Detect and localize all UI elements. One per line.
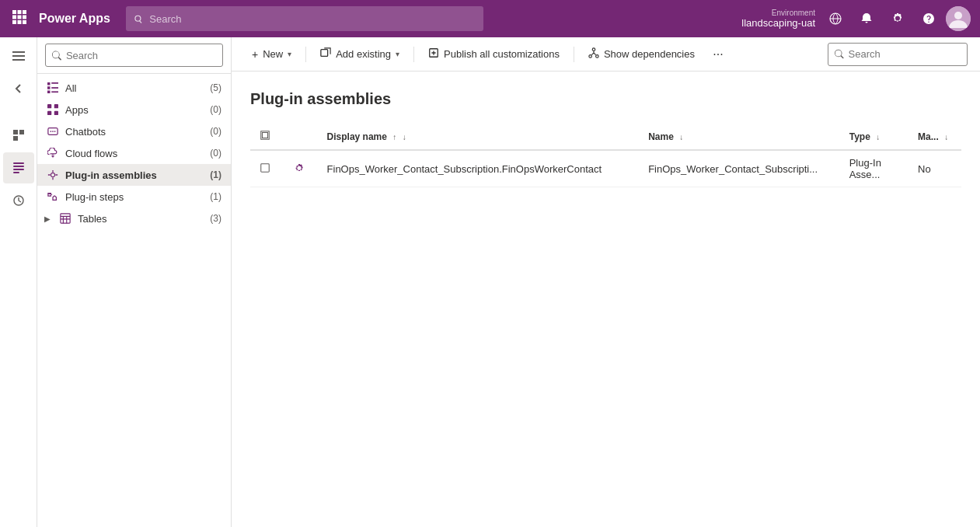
environment-icon-btn[interactable] (821, 5, 849, 33)
sidebar-search-wrap (37, 37, 231, 74)
svg-rect-4 (18, 15, 22, 19)
col-header-checkbox[interactable] (250, 124, 281, 150)
show-dependencies-button[interactable]: Show dependencies (581, 44, 703, 65)
sidebar-item-tables-label: Tables (78, 213, 204, 225)
svg-point-32 (52, 131, 54, 132)
tables-expand-arrow[interactable]: ▶ (42, 213, 53, 224)
svg-rect-2 (23, 10, 26, 14)
add-existing-button[interactable]: Add existing ▾ (312, 44, 407, 65)
svg-rect-6 (12, 20, 16, 24)
sidebar-nav: All (5) Apps (0) Chatbots (0) (37, 74, 231, 232)
svg-rect-18 (13, 172, 19, 173)
svg-point-33 (54, 131, 56, 132)
environment-info: Environment llandscaping-uat (741, 9, 818, 29)
all-icon (47, 82, 59, 94)
sidebar-item-plugin-steps[interactable]: Plug-in steps (1) (37, 186, 231, 208)
svg-rect-13 (12, 55, 25, 57)
display-name-value: FinOps_Worker_Contact_Subscription.FinOp… (327, 163, 602, 175)
display-name-sort-asc-icon: ↑ (392, 133, 396, 141)
svg-point-40 (596, 55, 599, 58)
sidebar-item-cloud-flows[interactable]: Cloud flows (0) (37, 142, 231, 164)
publish-label: Publish all customizations (444, 48, 560, 60)
new-icon: + (252, 48, 258, 61)
topbar-search-input[interactable] (149, 13, 476, 25)
user-avatar[interactable] (946, 6, 971, 31)
display-name-sort-desc-icon: ↓ (403, 133, 406, 141)
add-existing-icon (320, 47, 331, 61)
table-header-row: Display name ↑ ↓ Name ↓ Type ↓ (250, 124, 961, 150)
waffle-icon[interactable] (9, 7, 30, 31)
svg-rect-3 (12, 15, 16, 19)
col-header-ma[interactable]: Ma... ↓ (909, 124, 961, 150)
add-existing-chevron-icon: ▾ (396, 50, 399, 58)
add-existing-label: Add existing (336, 48, 391, 60)
svg-point-39 (589, 55, 592, 58)
sidebar-item-apps[interactable]: Apps (0) (37, 99, 231, 120)
command-bar: + New ▾ Add existing ▾ Publish all custo… (232, 37, 980, 72)
command-search-box[interactable] (828, 43, 968, 66)
new-chevron-icon: ▾ (288, 50, 291, 58)
sidebar-item-cloud-flows-count: (0) (210, 148, 221, 159)
page-title: Plug-in assemblies (250, 90, 961, 108)
svg-rect-41 (261, 163, 270, 172)
row-checkbox-cell[interactable] (250, 150, 281, 187)
sidebar-item-chatbots-count: (0) (210, 126, 221, 137)
sidebar-item-chatbots[interactable]: Chatbots (0) (37, 120, 231, 142)
sidebar-item-tables[interactable]: ▶ Tables (3) (37, 208, 231, 229)
svg-point-11 (954, 12, 962, 19)
app-body: All (5) Apps (0) Chatbots (0) (0, 37, 980, 527)
sidebar-item-all[interactable]: All (5) (37, 77, 231, 99)
row-icon-cell (281, 150, 318, 187)
rail-back-btn[interactable] (3, 73, 34, 104)
icon-rail (0, 37, 37, 527)
rail-history-btn[interactable] (3, 185, 34, 216)
command-search-input[interactable] (849, 48, 961, 60)
content-area: Plug-in assemblies Display name ↑ ↓ (232, 72, 980, 527)
notifications-icon-btn[interactable] (853, 5, 881, 33)
app-brand: Power Apps (39, 12, 110, 26)
plugin-assemblies-icon (47, 169, 59, 181)
col-header-type[interactable]: Type ↓ (840, 124, 909, 150)
more-commands-button[interactable]: ··· (706, 42, 731, 67)
svg-rect-26 (47, 104, 51, 108)
publish-icon (428, 47, 439, 61)
svg-rect-28 (47, 111, 51, 115)
svg-rect-1 (18, 10, 22, 14)
topbar-right-actions: Environment llandscaping-uat (741, 5, 971, 33)
row-display-name-cell: FinOps_Worker_Contact_Subscription.FinOp… (318, 150, 640, 187)
sidebar-item-plugin-steps-count: (1) (210, 191, 221, 202)
chatbots-icon (47, 125, 59, 138)
new-button[interactable]: + New ▾ (244, 44, 299, 65)
environment-label: Environment (772, 9, 815, 17)
cmd-divider-1 (305, 47, 306, 62)
svg-rect-36 (321, 50, 328, 57)
sidebar-item-apps-count: (0) (210, 104, 221, 115)
settings-icon-btn[interactable] (884, 5, 912, 33)
type-sort-icon: ↓ (876, 133, 880, 141)
row-type-cell: Plug-In Asse... (840, 150, 909, 187)
svg-point-31 (51, 131, 52, 132)
publish-button[interactable]: Publish all customizations (420, 44, 567, 65)
sidebar-item-plugin-assemblies[interactable]: Plug-in assemblies (1) (37, 164, 231, 186)
rail-menu-btn[interactable] (3, 40, 34, 72)
environment-name: llandscaping-uat (741, 17, 815, 29)
cmd-divider-3 (574, 47, 574, 62)
rail-nav-btn[interactable] (3, 120, 34, 151)
svg-rect-16 (13, 166, 24, 167)
apps-icon (47, 103, 59, 116)
sidebar-item-plugin-assemblies-label: Plug-in assemblies (65, 169, 204, 181)
show-dep-label: Show dependencies (604, 48, 695, 60)
plugin-assemblies-table: Display name ↑ ↓ Name ↓ Type ↓ (250, 124, 961, 187)
col-header-name[interactable]: Name ↓ (639, 124, 840, 150)
main-content-area: + New ▾ Add existing ▾ Publish all custo… (232, 37, 980, 527)
topbar-search-box[interactable] (126, 6, 483, 31)
help-icon-btn[interactable] (915, 5, 943, 33)
col-header-display-name[interactable]: Display name ↑ ↓ (318, 124, 640, 150)
rail-solution-btn[interactable] (3, 152, 34, 183)
sidebar-search-input[interactable] (66, 50, 216, 61)
svg-rect-20 (47, 82, 51, 86)
sidebar-search-box[interactable] (45, 44, 223, 67)
sidebar-item-plugin-assemblies-count: (1) (210, 169, 221, 180)
svg-point-34 (51, 173, 54, 176)
table-row[interactable]: FinOps_Worker_Contact_Subscription.FinOp… (250, 150, 961, 187)
